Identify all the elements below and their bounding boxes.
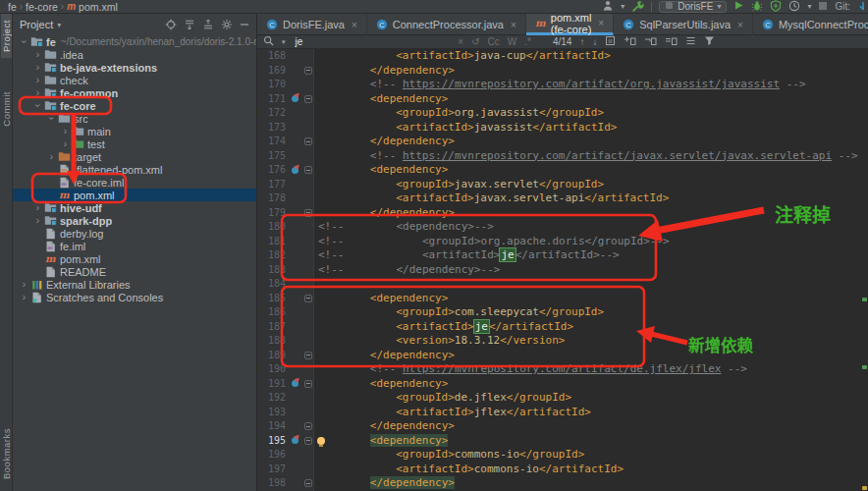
fold-marker-icon[interactable] [301,67,314,75]
tree-item--idea[interactable]: ›.idea [13,48,256,61]
code-line-175[interactable]: 175<!-- https://mvnrepository.com/artifa… [257,149,868,164]
code-text[interactable]: <dependency> [314,377,448,392]
code-text[interactable]: <groupId>de.jflex</groupId> [314,391,571,406]
tree-item--flattened-pom-xml[interactable]: .flattened-pom.xml [13,163,256,176]
code-line-198[interactable]: 198</dependency> [257,476,868,491]
debug-button[interactable] [751,0,763,14]
gutter-dependency-icon[interactable] [289,437,301,444]
code-line-193[interactable]: 193<artifactId>jflex</artifactId> [257,406,868,420]
code-area[interactable]: 168<artifactId>java-cup</artifactId>169<… [257,49,868,491]
code-text[interactable]: <!-- https://mvnrepository.com/artifact/… [314,149,858,164]
add-occurrence-icon[interactable] [624,35,636,48]
user-icon[interactable] [602,0,614,13]
settings-gear-icon[interactable] [221,19,233,30]
code-line-171[interactable]: 171<dependency> [257,92,868,107]
code-text[interactable]: <!-- https://mvnrepository.com/artifact/… [314,78,806,92]
expand-all-icon[interactable] [184,19,195,30]
tree-item-fe-core-iml[interactable]: fe-core.iml [13,176,256,189]
code-line-188[interactable]: 188<version>18.3.12</version> [257,334,868,349]
in-selection-icon[interactable] [605,35,616,48]
previous-match-icon[interactable]: ↑ [579,36,584,47]
tab-sqlparserutils-java[interactable]: CSqlParserUtils.java× [614,14,753,35]
code-text[interactable]: <artifactId>javax.servlet-api</artifactI… [314,191,669,206]
code-line-172[interactable]: 172<groupId>org.javassist</groupId> [257,106,868,121]
fold-marker-icon[interactable] [301,166,314,174]
fold-marker-icon[interactable] [301,437,314,445]
tab-close-icon[interactable]: × [511,20,516,30]
code-text[interactable]: </dependency> [314,135,455,149]
code-line-174[interactable]: 174</dependency> [257,135,868,149]
tab-mysqlconnectprocessor-java[interactable]: CMysqlConnectProcessor.java× [753,14,868,35]
tree-item-pom-xml[interactable]: mpom.xml [13,189,256,201]
toolwindow-stripe-project[interactable]: Project [1,14,12,58]
profiler-button[interactable] [788,0,800,14]
tree-chevron-icon[interactable]: › [32,202,43,213]
run-config-selector[interactable]: DorisFE ▾ [659,1,727,13]
tree-chevron-icon[interactable]: › [60,138,71,149]
tree-chevron-icon[interactable]: › [46,151,57,162]
fold-marker-icon[interactable] [301,137,314,145]
tree-item-test[interactable]: ›test [13,137,256,150]
gutter-dependency-icon[interactable] [289,95,301,102]
collapse-all-icon[interactable] [202,19,214,30]
tree-item-derby-log[interactable]: derby.log [13,227,256,240]
search-again-icon[interactable]: ↺ [471,36,479,47]
breadcrumb-item[interactable]: fe [8,1,17,13]
tree-item-fe-core[interactable]: ›fe-core [13,99,256,112]
code-text[interactable]: <!-- <artifactId>je</artifactId>--> [314,248,620,263]
code-line-177[interactable]: 177<groupId>javax.servlet</groupId> [257,178,868,192]
match-stripe-mark[interactable] [862,298,867,301]
code-line-190[interactable]: 190<!-- https://mvnrepository.com/artifa… [257,362,868,377]
tree-item-fe[interactable]: ›fe~/Documents/yaxin/henan_doris/doris-2… [13,35,256,48]
tree-item-be-java-extensions[interactable]: ›be-java-extensions [13,61,256,74]
exclude-occurrence-icon[interactable] [644,35,657,48]
filter-funnel-icon[interactable] [704,35,715,48]
code-text[interactable]: <!-- https://mvnrepository.com/artifact/… [314,362,747,377]
fold-marker-icon[interactable] [301,352,314,359]
intention-bulb-icon[interactable] [317,437,325,445]
tab-close-icon[interactable]: × [737,20,743,30]
code-line-181[interactable]: 181<!-- <groupId>org.apache.doris</group… [257,235,868,249]
tree-item-pom-xml[interactable]: mpom.xml [13,252,256,265]
hide-panel-icon[interactable] [240,20,249,29]
code-line-196[interactable]: 196<groupId>commons-io</groupId> [257,448,868,463]
project-panel-title[interactable]: Project [20,19,53,30]
code-text[interactable]: <groupId>commons-io</groupId> [314,448,584,463]
tab-close-icon[interactable]: × [598,18,604,28]
run-button[interactable] [733,0,744,13]
coverage-button[interactable] [770,0,782,14]
code-line-182[interactable]: 182<!-- <artifactId>je</artifactId>--> [257,248,868,263]
code-line-186[interactable]: 186<groupId>com.sleepycat</groupId> [257,305,868,320]
fold-marker-icon[interactable] [301,209,314,217]
breadcrumb-item[interactable]: fe-core [26,1,58,13]
code-line-187[interactable]: 187<artifactId>je</artifactId> [257,320,868,335]
code-line-192[interactable]: 192<groupId>de.jflex</groupId> [257,391,868,406]
code-text[interactable]: <artifactId>je</artifactId> [314,320,573,335]
tree-chevron-icon[interactable]: › [32,49,43,60]
code-line-168[interactable]: 168<artifactId>java-cup</artifactId> [257,49,868,64]
code-line-197[interactable]: 197<artifactId>commons-io</artifactId> [257,463,868,477]
code-text[interactable]: </dependency> [314,64,455,79]
code-line-169[interactable]: 169</dependency> [257,64,868,79]
code-text[interactable]: <groupId>com.sleepycat</groupId> [314,305,604,320]
tree-chevron-icon[interactable]: › [19,292,29,302]
code-text[interactable]: <!-- <dependency>--> [314,220,494,235]
next-match-icon[interactable]: ↓ [592,36,597,47]
tree-chevron-icon[interactable]: › [19,36,29,47]
code-line-178[interactable]: 178<artifactId>javax.servlet-api</artifa… [257,191,868,206]
tree-chevron-icon[interactable]: › [19,279,29,290]
tree-chevron-icon[interactable]: › [32,215,43,226]
warning-stripe-mark[interactable] [862,486,867,490]
code-line-170[interactable]: 170<!-- https://mvnrepository.com/artifa… [257,78,868,92]
code-text[interactable]: <dependency> [314,163,448,178]
tree-chevron-icon[interactable]: › [32,62,43,73]
user-dropdown-caret[interactable]: ▾ [621,2,624,11]
code-text[interactable]: <artifactId>javassist</artifactId> [314,121,617,136]
tree-item-check[interactable]: ›check [13,74,256,86]
find-toggle-cc[interactable]: Cc [488,36,500,47]
code-text[interactable]: </dependency> [314,419,455,434]
code-text[interactable]: </dependency> [314,206,455,221]
find-toggle-w[interactable]: W [508,36,516,47]
tree-item-readme[interactable]: README [13,265,256,278]
tree-item-src[interactable]: ›src [13,112,256,125]
